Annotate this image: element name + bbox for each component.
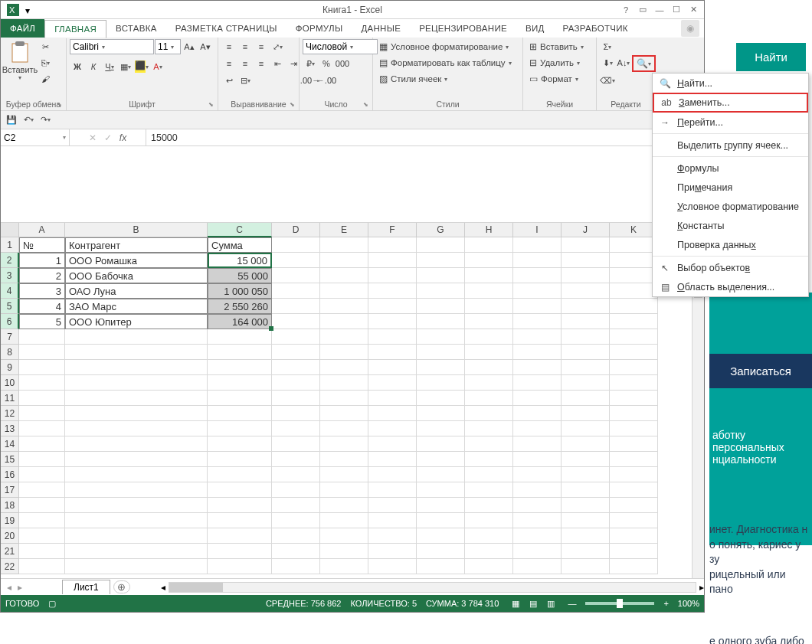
cell[interactable] (465, 452, 513, 467)
cell[interactable] (513, 391, 562, 406)
cell[interactable] (65, 406, 208, 421)
font-size-select[interactable]: 11▾ (155, 39, 181, 54)
cell[interactable] (513, 329, 562, 345)
cell[interactable] (368, 375, 417, 391)
cell[interactable] (465, 283, 513, 299)
cell[interactable]: ООО Ромашка (65, 253, 208, 268)
menu-find[interactable]: 🔍Найти... (653, 74, 808, 93)
cell[interactable] (368, 391, 417, 406)
cell[interactable] (65, 467, 208, 482)
cell[interactable] (417, 360, 465, 375)
cell[interactable] (465, 467, 513, 482)
cell[interactable]: Сумма (208, 237, 272, 253)
cell[interactable] (368, 482, 417, 498)
view-normal-icon[interactable]: ▦ (508, 599, 523, 609)
col-header-J[interactable]: J (562, 223, 610, 237)
hscroll-left-icon[interactable]: ◂ (161, 582, 165, 593)
cell[interactable] (208, 498, 272, 513)
name-box[interactable]: C2▾ (1, 129, 70, 145)
cell[interactable] (19, 375, 65, 391)
row-header[interactable]: 19 (1, 513, 19, 528)
cell[interactable] (368, 299, 417, 314)
cell[interactable] (610, 299, 658, 314)
cell[interactable] (19, 391, 65, 406)
cell[interactable] (368, 498, 417, 513)
cell[interactable] (417, 283, 465, 299)
cell[interactable] (417, 237, 465, 253)
font-launcher-icon[interactable]: ⬊ (207, 101, 214, 109)
cell[interactable] (513, 237, 562, 253)
cell[interactable] (320, 375, 368, 391)
cell[interactable]: № (19, 237, 65, 253)
cell[interactable] (19, 498, 65, 513)
sheet-nav-next-icon[interactable]: ▸ (18, 582, 22, 593)
cell[interactable] (368, 253, 417, 268)
alignment-launcher-icon[interactable]: ⬊ (288, 101, 296, 109)
cell[interactable] (65, 528, 208, 544)
cell[interactable] (65, 452, 208, 467)
cell[interactable] (513, 345, 562, 360)
tab-home[interactable]: ГЛАВНАЯ (44, 20, 106, 38)
save-button[interactable]: 💾 (4, 113, 19, 128)
cell[interactable] (320, 482, 368, 498)
cell[interactable] (610, 498, 658, 513)
menu-replace[interactable]: abЗаменить... (653, 93, 808, 113)
cell[interactable]: 2 550 260 (208, 299, 272, 314)
cell[interactable] (368, 283, 417, 299)
cell[interactable] (272, 528, 320, 544)
cell[interactable] (320, 283, 368, 299)
cell[interactable] (513, 498, 562, 513)
comma-format-button[interactable]: 000 (335, 56, 350, 71)
cell[interactable] (320, 436, 368, 452)
cell[interactable] (272, 452, 320, 467)
row-header[interactable]: 4 (1, 283, 19, 299)
cell[interactable] (320, 299, 368, 314)
wrap-text-button[interactable]: ↩ (221, 73, 237, 88)
cell[interactable] (417, 498, 465, 513)
cell[interactable] (208, 375, 272, 391)
cell[interactable] (562, 299, 610, 314)
cell[interactable] (513, 314, 562, 329)
menu-cond-format[interactable]: Условное форматирование (653, 197, 808, 216)
cell[interactable] (368, 421, 417, 436)
cell[interactable]: 55 000 (208, 268, 272, 283)
number-launcher-icon[interactable]: ⬊ (362, 101, 369, 109)
row-header[interactable]: 9 (1, 360, 19, 375)
border-button[interactable]: ▦▾ (118, 59, 133, 74)
cell[interactable] (610, 467, 658, 482)
cell[interactable] (320, 467, 368, 482)
cell[interactable] (465, 360, 513, 375)
cell[interactable] (513, 421, 562, 436)
cell[interactable] (513, 268, 562, 283)
cell[interactable] (368, 345, 417, 360)
cell[interactable] (417, 544, 465, 559)
cell[interactable] (208, 345, 272, 360)
cell[interactable] (562, 360, 610, 375)
cell[interactable]: 1 000 050 (208, 283, 272, 299)
format-painter-button[interactable]: 🖌 (38, 71, 53, 87)
cell[interactable]: 1 (19, 253, 65, 268)
cell[interactable] (19, 528, 65, 544)
cell[interactable] (19, 406, 65, 421)
view-page-break-icon[interactable]: ▥ (543, 599, 558, 609)
cell[interactable] (272, 513, 320, 528)
cell[interactable] (368, 559, 417, 574)
cell[interactable] (417, 482, 465, 498)
cell[interactable] (562, 528, 610, 544)
cell[interactable] (610, 360, 658, 375)
cell[interactable] (272, 360, 320, 375)
cell[interactable] (465, 375, 513, 391)
cell[interactable] (562, 283, 610, 299)
col-header-H[interactable]: H (465, 223, 513, 237)
number-format-select[interactable]: Числовой▾ (303, 39, 378, 54)
cell[interactable] (320, 314, 368, 329)
cell[interactable] (513, 406, 562, 421)
col-header-B[interactable]: B (65, 223, 208, 237)
cell[interactable] (320, 544, 368, 559)
cell[interactable]: 2 (19, 268, 65, 283)
cell[interactable] (320, 391, 368, 406)
insert-cells-button[interactable]: ⊞Вставить▾ (526, 39, 587, 54)
cell[interactable] (465, 314, 513, 329)
cell[interactable] (417, 329, 465, 345)
align-top-button[interactable]: ≡ (221, 39, 237, 54)
